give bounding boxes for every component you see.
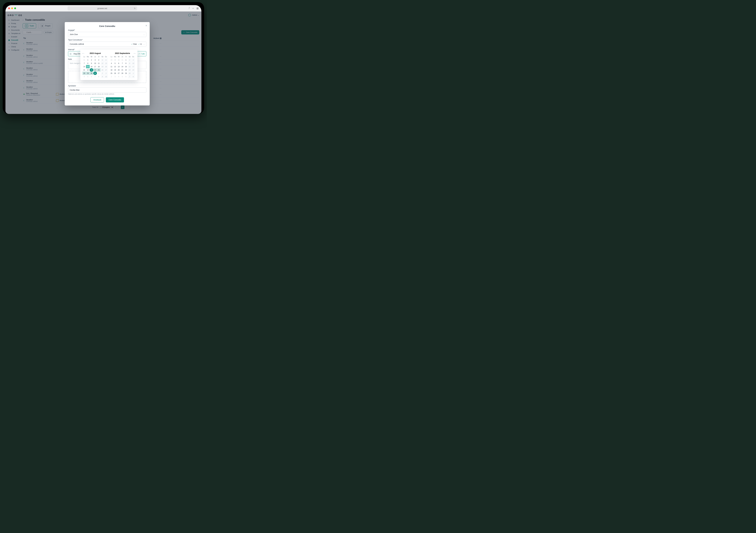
leavetype-select[interactable]: Concediu odihnă ✓ Plătit ✓ 21 ⌄: [68, 41, 147, 47]
calendar-day[interactable]: 29: [86, 72, 90, 75]
calendar-day[interactable]: 28: [110, 58, 113, 62]
calendar-day[interactable]: 10: [93, 62, 97, 65]
calendar-day[interactable]: 6: [90, 75, 93, 78]
calendar-day[interactable]: 3: [93, 58, 97, 62]
calendar-day[interactable]: 14: [121, 65, 124, 68]
calendar-day[interactable]: 2: [110, 75, 113, 78]
calendar-day[interactable]: 9: [100, 75, 104, 78]
calendar-day[interactable]: 14: [82, 65, 86, 68]
calendar-day[interactable]: 7: [128, 75, 131, 78]
window-minimize-button[interactable]: [11, 7, 13, 9]
calendar-day[interactable]: 19: [113, 68, 117, 72]
calendar-day[interactable]: 5: [113, 62, 117, 65]
calendar-day[interactable]: 10: [104, 75, 108, 78]
calendar-day[interactable]: 10: [131, 62, 135, 65]
calendar-day[interactable]: 31: [93, 72, 97, 75]
calendar-day[interactable]: 23: [90, 68, 93, 72]
calendar-day[interactable]: 28: [121, 72, 124, 75]
calendar-day[interactable]: 8: [131, 75, 135, 78]
calendar-day[interactable]: 15: [86, 65, 90, 68]
calendar-day[interactable]: 6: [117, 62, 121, 65]
calendar-day[interactable]: 1: [86, 58, 90, 62]
calendar-day[interactable]: 3: [113, 75, 117, 78]
calendar-day[interactable]: 4: [110, 62, 113, 65]
calendar-day[interactable]: 16: [90, 65, 93, 68]
share-icon[interactable]: ⤴: [189, 7, 190, 10]
new-tab-icon[interactable]: ＋: [192, 7, 194, 10]
calendar-day[interactable]: 9: [128, 62, 131, 65]
calendar-day[interactable]: 18: [97, 65, 100, 68]
calendar-day[interactable]: 2: [128, 58, 131, 62]
calendar-day[interactable]: 4: [97, 58, 100, 62]
calendar-day[interactable]: 8: [124, 62, 128, 65]
calendar-day[interactable]: 12: [100, 62, 104, 65]
calendar-day[interactable]: 26: [113, 72, 117, 75]
calendar-day[interactable]: 2: [100, 72, 104, 75]
calendar-day[interactable]: 22: [86, 68, 90, 72]
calendar-day[interactable]: 9: [90, 62, 93, 65]
calendar-day[interactable]: 2: [90, 58, 93, 62]
calendar-day[interactable]: 31: [121, 58, 124, 62]
calendar-day[interactable]: 7: [121, 62, 124, 65]
calendar-day[interactable]: 11: [110, 65, 113, 68]
submit-button[interactable]: Cere Concediu: [106, 97, 124, 102]
calendar-day[interactable]: 4: [117, 75, 121, 78]
address-bar[interactable]: growee.net ↻: [68, 6, 137, 10]
calendar-day[interactable]: 13: [104, 62, 108, 65]
window-maximize-button[interactable]: [14, 7, 16, 9]
employee-select[interactable]: John Doe ⌄: [68, 32, 147, 37]
calendar-day[interactable]: 1: [131, 72, 135, 75]
reload-icon[interactable]: ↻: [134, 7, 136, 10]
calendar-day[interactable]: 7: [82, 62, 86, 65]
calendar-day[interactable]: 17: [93, 65, 97, 68]
calendar-day[interactable]: 15: [124, 65, 128, 68]
calendar-day[interactable]: 24: [93, 68, 97, 72]
calendar-day[interactable]: 13: [117, 65, 121, 68]
calendar-day[interactable]: 18: [110, 68, 113, 72]
calendar-day[interactable]: 8: [86, 62, 90, 65]
calendar-day[interactable]: 29: [113, 58, 117, 62]
calendar-day[interactable]: 27: [117, 72, 121, 75]
next-year-button[interactable]: › »: [133, 53, 135, 54]
calendar-day[interactable]: 28: [82, 72, 86, 75]
calendar-day[interactable]: 7: [93, 75, 97, 78]
calendar-day[interactable]: 29: [124, 72, 128, 75]
calendar-day[interactable]: 3: [104, 72, 108, 75]
calendar-day[interactable]: 1: [124, 58, 128, 62]
prev-year-button[interactable]: « ‹: [82, 53, 84, 54]
calendar-day[interactable]: 23: [128, 68, 131, 72]
calendar-day[interactable]: 3: [131, 58, 135, 62]
calendar-day[interactable]: 27: [104, 68, 108, 72]
calendar-day[interactable]: 12: [113, 65, 117, 68]
calendar-day[interactable]: 19: [100, 65, 104, 68]
calendar-day[interactable]: 30: [128, 72, 131, 75]
calendar-day[interactable]: 21: [121, 68, 124, 72]
calendar-day[interactable]: 6: [104, 58, 108, 62]
calendar-day[interactable]: 16: [128, 65, 131, 68]
calendar-day[interactable]: 21: [82, 68, 86, 72]
calendar-day[interactable]: 25: [110, 72, 113, 75]
calendar-day[interactable]: 24: [131, 68, 135, 72]
calendar-day[interactable]: 8: [97, 75, 100, 78]
calendar-day[interactable]: 30: [90, 72, 93, 75]
calendar-day[interactable]: 25: [97, 68, 100, 72]
calendar-day[interactable]: 4: [82, 75, 86, 78]
tabs-grid-icon[interactable]: ▦: [197, 7, 199, 10]
calendar-day[interactable]: 30: [117, 58, 121, 62]
calendar-day[interactable]: 22: [124, 68, 128, 72]
calendar-day[interactable]: 5: [100, 58, 104, 62]
calendar-day[interactable]: 11: [97, 62, 100, 65]
calendar-day[interactable]: 5: [86, 75, 90, 78]
calendar-day[interactable]: 17: [131, 65, 135, 68]
calendar-day[interactable]: 1: [97, 72, 100, 75]
window-close-button[interactable]: [8, 7, 10, 9]
calendar-day[interactable]: 26: [100, 68, 104, 72]
cancel-button[interactable]: Anulează: [91, 97, 104, 102]
approver-select[interactable]: Cecilia Man: [68, 88, 147, 92]
calendar-day[interactable]: 20: [117, 68, 121, 72]
calendar-day[interactable]: 6: [124, 75, 128, 78]
modal-close-button[interactable]: ✕: [145, 24, 147, 27]
calendar-day[interactable]: 31: [82, 58, 86, 62]
calendar-day[interactable]: 20: [104, 65, 108, 68]
calendar-day[interactable]: 5: [121, 75, 124, 78]
